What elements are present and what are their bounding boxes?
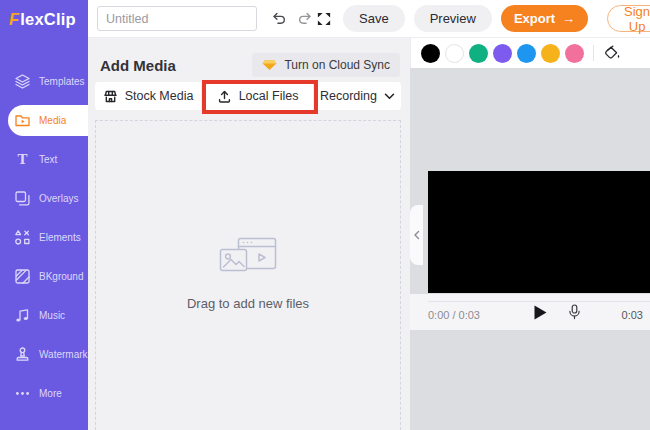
fill-color-button[interactable] — [603, 45, 621, 61]
sidebar-item-label: BKground — [39, 271, 83, 282]
preview-button[interactable]: Preview — [414, 5, 492, 32]
arrow-right-icon: → — [562, 11, 575, 26]
save-button[interactable]: Save — [343, 5, 405, 32]
preview-stage: 0:00 / 0:03 0:03 — [410, 38, 650, 430]
sidebar-item-overlays[interactable]: Overlays — [8, 183, 88, 214]
flexclip-editor: FlexClip Templates Media T Text — [0, 0, 650, 430]
color-toolbar — [410, 38, 650, 68]
signup-button[interactable]: Sign Up — [607, 5, 650, 32]
color-swatch[interactable] — [493, 44, 512, 63]
undo-button[interactable] — [270, 10, 288, 27]
overlays-icon — [14, 190, 31, 207]
logo-text: lexClip — [20, 10, 76, 29]
sidebar-nav: Templates Media T Text Overlays — [0, 66, 88, 409]
sidebar-item-templates[interactable]: Templates — [8, 66, 88, 97]
upload-icon — [217, 89, 232, 104]
cloud-sync-label: Turn on Cloud Sync — [284, 58, 390, 72]
sidebar: FlexClip Templates Media T Text — [0, 0, 88, 430]
add-media-panel: Add Media Turn on Cloud Sync Stock Media… — [88, 38, 410, 430]
layers-icon — [14, 73, 31, 90]
export-label: Export — [514, 11, 555, 26]
sidebar-item-label: More — [39, 388, 62, 399]
toolbar-divider — [593, 45, 594, 61]
tab-stock-media[interactable]: Stock Media — [95, 82, 201, 110]
tab-recording[interactable]: Recording — [313, 82, 401, 110]
text-icon: T — [14, 151, 31, 168]
current-time: 0:00 / 0:03 — [428, 309, 480, 321]
tab-local-files[interactable]: Local Files — [201, 82, 313, 110]
total-duration: 0:03 — [622, 309, 643, 321]
color-swatch[interactable] — [445, 44, 464, 63]
sidebar-item-bkground[interactable]: BKground — [8, 261, 88, 292]
play-icon — [534, 305, 547, 320]
sidebar-item-text[interactable]: T Text — [8, 144, 88, 175]
topbar: Save Preview Export→ Sign Up — [88, 0, 650, 38]
tab-label: Stock Media — [125, 89, 194, 103]
sidebar-item-music[interactable]: Music — [8, 300, 88, 331]
microphone-icon — [567, 304, 582, 321]
sidebar-item-label: Text — [39, 154, 57, 165]
collapse-panel-button[interactable] — [410, 205, 423, 265]
panel-title: Add Media — [100, 57, 176, 74]
tab-label: Recording — [320, 89, 377, 103]
more-dots-icon — [14, 385, 31, 402]
sidebar-item-label: Overlays — [39, 193, 78, 204]
media-source-tabs: Stock Media Local Files Recording — [95, 82, 401, 110]
tab-label: Local Files — [239, 89, 299, 103]
music-icon — [14, 307, 31, 324]
color-swatch[interactable] — [421, 44, 440, 63]
playback-controls: 0:00 / 0:03 0:03 — [410, 294, 650, 330]
color-swatch[interactable] — [541, 44, 560, 63]
export-button[interactable]: Export→ — [501, 5, 588, 32]
color-swatches — [421, 44, 584, 63]
sidebar-item-more[interactable]: More — [8, 378, 88, 409]
media-panel-header: Add Media Turn on Cloud Sync — [88, 38, 410, 77]
storefront-icon — [103, 89, 118, 104]
paint-bucket-icon — [603, 45, 621, 61]
folder-media-icon — [14, 112, 31, 129]
fullscreen-icon — [316, 11, 332, 27]
controls-divider — [428, 301, 650, 302]
flexclip-logo[interactable]: FlexClip — [0, 0, 88, 38]
chevron-left-icon — [413, 230, 420, 240]
chevron-down-icon — [384, 93, 395, 100]
background-icon — [14, 268, 31, 285]
sidebar-item-label: Watermark — [39, 349, 88, 360]
sidebar-item-label: Music — [39, 310, 65, 321]
project-title-input[interactable] — [97, 6, 257, 31]
sidebar-item-elements[interactable]: Elements — [8, 222, 88, 253]
color-swatch[interactable] — [469, 44, 488, 63]
color-swatch[interactable] — [565, 44, 584, 63]
gem-icon — [262, 59, 277, 71]
play-button[interactable] — [534, 305, 547, 320]
media-files-icon — [219, 237, 277, 283]
sidebar-item-label: Media — [39, 115, 66, 126]
elements-icon — [14, 229, 31, 246]
drag-hint-text: Drag to add new files — [187, 296, 309, 311]
voiceover-button[interactable] — [567, 304, 582, 321]
color-swatch[interactable] — [517, 44, 536, 63]
watermark-stamp-icon — [14, 346, 31, 363]
logo-letter: F — [9, 10, 19, 29]
cloud-sync-button[interactable]: Turn on Cloud Sync — [252, 53, 400, 77]
sidebar-item-media[interactable]: Media — [8, 105, 88, 136]
redo-button[interactable] — [296, 10, 314, 27]
drag-drop-zone[interactable]: Drag to add new files — [95, 120, 401, 430]
undo-icon — [272, 12, 286, 25]
sidebar-item-label: Templates — [39, 76, 85, 87]
sidebar-item-watermark[interactable]: Watermark — [8, 339, 88, 370]
video-canvas[interactable] — [428, 171, 650, 293]
fullscreen-button[interactable] — [314, 9, 334, 29]
redo-icon — [298, 12, 312, 25]
sidebar-item-label: Elements — [39, 232, 81, 243]
